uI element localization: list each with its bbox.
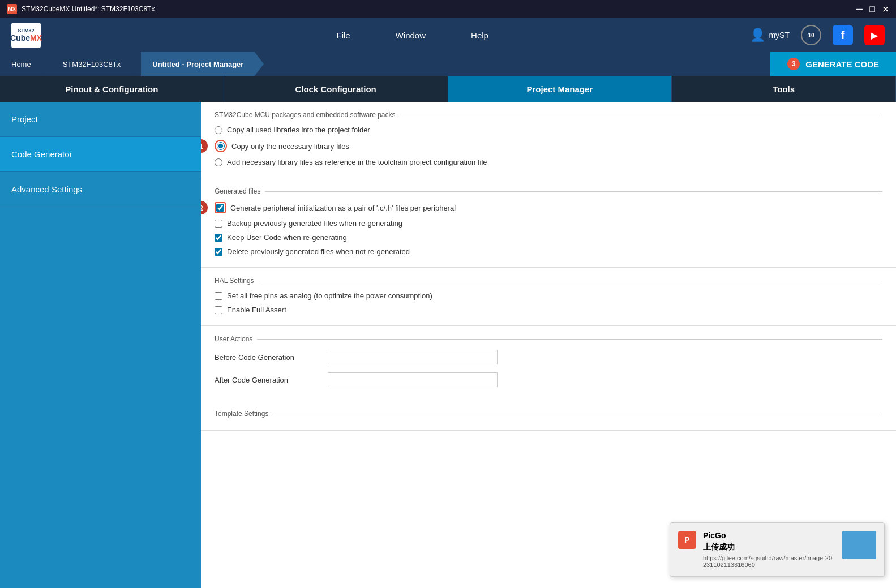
logo-mx: Cube [10,33,30,42]
breadcrumb-bar: Home STM32F103C8Tx Untitled - Project Ma… [0,52,896,76]
notification-title: 上传成功 [703,542,835,552]
user-actions-title: User Actions [215,335,252,343]
app-icon: MX [7,4,17,14]
checkbox-full-assert[interactable]: Enable Full Assert [215,306,882,314]
checkbox-backup-label: Backup previously generated files when r… [227,219,402,228]
checkbox-generate-peripheral-input[interactable] [216,204,224,212]
hal-settings-section: HAL Settings Set all free pins as analog… [201,268,896,326]
user-action-after: After Code Generation [215,372,882,387]
radio-copy-necessary-label: Copy only the necessary library files [231,142,349,151]
facebook-icon[interactable]: f [833,25,853,45]
generate-code-label: GENERATE CODE [805,59,879,69]
tab-project-manager[interactable]: Project Manager [448,76,672,102]
mcu-section-title: STM32Cube MCU packages and embedded soft… [215,111,396,119]
picgo-icon: P [678,531,696,549]
myst-button[interactable]: 👤 myST [750,28,790,42]
breadcrumb-arrow-1 [42,52,52,76]
tab-tools[interactable]: Tools [672,76,896,102]
after-code-gen-input[interactable] [328,372,498,387]
maximize-button[interactable]: □ [869,4,875,15]
title-bar: MX STM32CubeMX Untitled*: STM32F103C8Tx … [0,0,896,18]
breadcrumb-arrow-2 [132,52,141,76]
step2-badge: 2 [201,201,208,214]
checkbox-generate-peripheral-label: Generate peripheral initialization as a … [230,204,456,212]
step1-badge: 1 [201,139,208,153]
radio-add-reference-input[interactable] [215,158,222,166]
logo: STM32 Cube MX [11,23,41,48]
user-actions-section: User Actions Before Code Generation Afte… [201,326,896,401]
logo-mx2: MX [30,33,42,42]
menu-file[interactable]: File [337,31,350,40]
menu-items: File Window Help [75,31,750,40]
radio-add-reference-label: Add necessary library files as reference… [227,158,487,166]
main-tabs: Pinout & Configuration Clock Configurati… [0,76,896,102]
checkbox-analog-pins-input[interactable] [215,292,222,300]
checkbox-analog-pins[interactable]: Set all free pins as analog (to optimize… [215,291,882,300]
breadcrumb-project[interactable]: Untitled - Project Manager [141,52,255,76]
breadcrumb-chip[interactable]: STM32F103C8Tx [52,52,132,76]
menu-right: 👤 myST 10 f ▶ [750,25,885,45]
user-action-before: Before Code Generation [215,350,882,364]
notification-thumbnail [842,531,876,559]
youtube-icon[interactable]: ▶ [864,25,885,45]
version-icon: 10 [801,25,821,45]
checkbox-keep-user-code-input[interactable] [215,234,222,242]
checkbox-delete-generated[interactable]: Delete previously generated files when n… [215,247,882,256]
main-content: STM32Cube MCU packages and embedded soft… [201,102,896,588]
window-controls: ─ □ ✕ [856,4,889,15]
checkbox-keep-user-code[interactable]: Keep User Code when re-generating [215,233,882,242]
template-settings-section: Template Settings [201,401,896,431]
notification-app-name: PicGo [703,531,835,540]
checkbox-full-assert-label: Enable Full Assert [227,306,286,314]
before-code-gen-input[interactable] [328,350,498,364]
generate-badge: 3 [787,58,800,70]
notification-popup: P PicGo 上传成功 https://gitee.com/sgsuihd/r… [670,522,885,577]
menu-help[interactable]: Help [471,31,488,40]
sidebar-item-project[interactable]: Project [0,102,201,137]
checkbox-keep-user-code-label: Keep User Code when re-generating [227,233,347,242]
radio-copy-all-input[interactable] [215,126,222,134]
window-title: STM32CubeMX Untitled*: STM32F103C8Tx [22,5,155,13]
breadcrumb-home[interactable]: Home [0,52,42,76]
generate-code-button[interactable]: 3 GENERATE CODE [770,52,896,76]
radio-copy-all-label: Copy all used libraries into the project… [227,126,370,134]
checkbox-delete-generated-label: Delete previously generated files when n… [227,247,410,256]
tab-clock[interactable]: Clock Configuration [224,76,448,102]
menu-window[interactable]: Window [396,31,426,40]
checkbox-analog-pins-label: Set all free pins as analog (to optimize… [227,291,432,300]
checkbox-generate-peripheral[interactable]: Generate peripheral initialization as a … [215,202,882,213]
generated-files-section: Generated files Generate peripheral init… [201,178,896,268]
checkbox-backup-input[interactable] [215,220,222,228]
radio-copy-necessary-input[interactable] [217,142,225,150]
sidebar: Project Code Generator Advanced Settings [0,102,201,588]
notification-url: https://gitee.com/sgsuihd/raw/master/ima… [703,555,835,568]
checkbox-backup[interactable]: Backup previously generated files when r… [215,219,882,228]
logo-stm32: STM32 [18,28,34,33]
radio-copy-necessary[interactable]: Copy only the necessary library files 1 [215,140,882,152]
notification-content: PicGo 上传成功 https://gitee.com/sgsuihd/raw… [703,531,835,568]
mcu-packages-section: STM32Cube MCU packages and embedded soft… [201,102,896,178]
breadcrumb-arrow-3 [255,52,264,76]
tab-pinout[interactable]: Pinout & Configuration [0,76,224,102]
menu-bar: STM32 Cube MX File Window Help 👤 myST 10… [0,18,896,52]
radio-copy-all[interactable]: Copy all used libraries into the project… [215,126,882,134]
sidebar-item-code-generator[interactable]: Code Generator [0,137,201,172]
template-settings-title: Template Settings [215,410,268,418]
checkbox-full-assert-input[interactable] [215,306,222,314]
generated-files-title: Generated files [215,187,260,195]
before-code-gen-label: Before Code Generation [215,353,316,362]
hal-settings-title: HAL Settings [215,277,254,285]
minimize-button[interactable]: ─ [856,4,863,15]
content-area: Project Code Generator Advanced Settings… [0,102,896,588]
close-button[interactable]: ✕ [882,4,889,15]
sidebar-item-advanced-settings[interactable]: Advanced Settings [0,172,201,207]
checkbox-delete-generated-input[interactable] [215,248,222,256]
after-code-gen-label: After Code Generation [215,376,316,384]
radio-add-reference[interactable]: Add necessary library files as reference… [215,158,882,166]
